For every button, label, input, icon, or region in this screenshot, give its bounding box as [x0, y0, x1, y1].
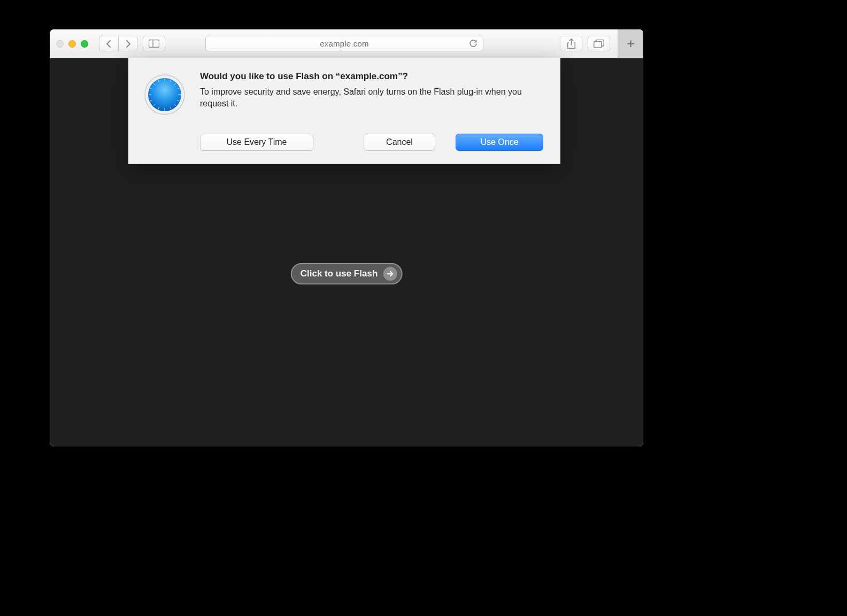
cancel-button[interactable]: Cancel	[364, 134, 435, 151]
chevron-right-icon	[125, 40, 131, 48]
plus-icon: +	[627, 35, 635, 52]
dialog-message: To improve security and save energy, Saf…	[200, 86, 543, 109]
window-minimize-button[interactable]	[68, 40, 76, 48]
sidebar-toggle-button[interactable]	[143, 36, 165, 51]
use-once-button[interactable]: Use Once	[456, 134, 543, 151]
window-controls	[56, 40, 88, 48]
new-tab-button[interactable]: +	[618, 29, 643, 58]
arrow-right-circle-icon	[383, 267, 397, 281]
navigation-buttons	[99, 36, 137, 51]
share-icon	[567, 38, 576, 49]
share-button[interactable]	[560, 36, 582, 51]
tabs-overview-button[interactable]	[588, 36, 610, 51]
address-bar-text: example.com	[320, 39, 368, 48]
browser-window: example.com	[50, 29, 643, 446]
flash-placeholder-button[interactable]: Click to use Flash	[291, 263, 403, 284]
svg-rect-0	[149, 40, 159, 48]
window-zoom-button[interactable]	[81, 40, 88, 48]
use-every-time-button[interactable]: Use Every Time	[200, 134, 313, 151]
dialog-body: Would you like to use Flash on “example.…	[200, 71, 543, 151]
toolbar: example.com	[50, 29, 643, 58]
chevron-left-icon	[106, 40, 112, 48]
safari-icon	[143, 73, 186, 116]
dialog-buttons: Use Every Time Cancel Use Once	[200, 134, 543, 151]
window-close-button[interactable]	[56, 40, 64, 48]
address-bar[interactable]: example.com	[205, 36, 483, 51]
flash-prompt-label: Click to use Flash	[301, 268, 378, 279]
dialog-title: Would you like to use Flash on “example.…	[200, 71, 543, 82]
tabs-icon	[594, 40, 604, 48]
flash-permission-dialog: Would you like to use Flash on “example.…	[128, 58, 560, 164]
forward-button[interactable]	[118, 36, 137, 51]
back-button[interactable]	[99, 36, 118, 51]
reload-button[interactable]	[469, 40, 478, 48]
svg-rect-2	[594, 41, 602, 48]
page-content: Click to use Flash	[50, 58, 643, 446]
sidebar-icon	[149, 40, 159, 48]
